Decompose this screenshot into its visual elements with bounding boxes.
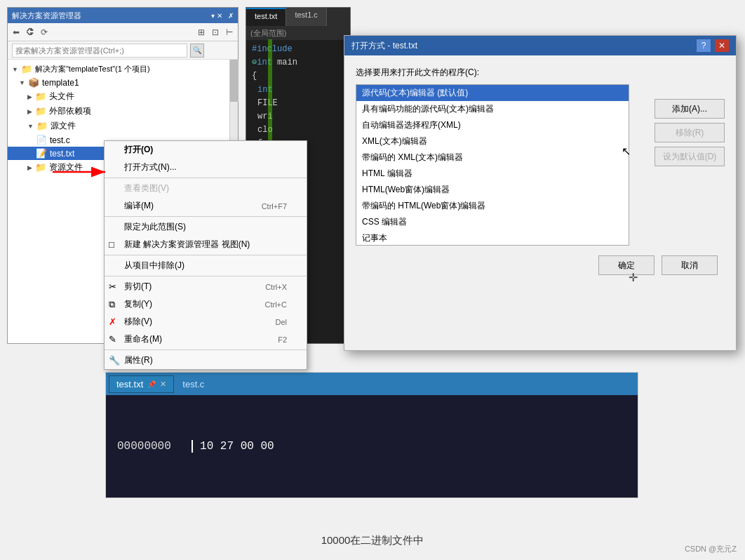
add-program-btn[interactable]: 添加(A)... xyxy=(655,99,725,119)
cancel-btn[interactable]: 取消 xyxy=(662,255,718,275)
search-input[interactable] xyxy=(12,44,187,58)
code-line-wri: wri xyxy=(252,110,344,124)
refresh-icon[interactable]: ⟳ xyxy=(39,27,50,38)
ext-folder-icon: 📁 xyxy=(35,106,46,116)
list-item-html-web-encoded[interactable]: 带编码的 HTML(Web窗体)编辑器 xyxy=(356,198,629,214)
dialog-help-btn[interactable]: ? xyxy=(697,39,711,52)
context-menu: 打开(O) 打开方式(N)... 查看类图(V) 编译(M) Ctrl+F7 限… xyxy=(104,140,307,370)
bottom-tab-testtxt[interactable]: test.txt 📌 ✕ xyxy=(109,375,174,393)
project-icon: 📦 xyxy=(28,77,39,88)
res-folder-icon: 📁 xyxy=(35,162,46,173)
list-item-html-web[interactable]: HTML(Web窗体)编辑器 xyxy=(356,182,629,198)
dialog-close-btn[interactable]: ✕ xyxy=(715,39,729,52)
back-icon[interactable]: ⬅ xyxy=(11,27,22,38)
res-label: 资源文件 xyxy=(49,161,83,173)
pin-icon[interactable]: 📌 xyxy=(147,380,156,388)
tree-source-files[interactable]: ▼ 📁 源文件 xyxy=(8,119,238,133)
bottom-tab-bar: test.txt 📌 ✕ test.c xyxy=(106,373,638,395)
tree-solution[interactable]: ▼ 📁 解决方案"templateTest"(1 个项目) xyxy=(8,62,238,76)
bottom-content: 00000000 10 27 00 00 xyxy=(106,395,638,498)
search-button[interactable]: 🔍 xyxy=(190,44,204,58)
remove-program-btn[interactable]: 移除(R) xyxy=(655,123,725,142)
cm-open[interactable]: 打开(O) xyxy=(105,141,307,159)
bottom-tab-testc[interactable]: test.c xyxy=(175,376,211,392)
list-item-html[interactable]: HTML 编辑器 xyxy=(356,166,629,182)
cm-rename-label: 重命名(M) xyxy=(124,333,162,345)
cm-copy[interactable]: ⧉ 复制(Y) Ctrl+C xyxy=(105,295,307,313)
header-label: 头文件 xyxy=(49,91,74,102)
list-item-encoded-source[interactable]: 具有编码功能的源代码(文本)编辑器 xyxy=(356,101,629,117)
cm-compile[interactable]: 编译(M) Ctrl+F7 xyxy=(105,197,307,215)
tab-test1c[interactable]: test1.c xyxy=(286,8,326,26)
dialog-program-list[interactable]: 源代码(文本)编辑器 (默认值) 具有编码功能的源代码(文本)编辑器 自动编辑器… xyxy=(356,84,629,246)
tree-headers[interactable]: ▶ 📁 头文件 xyxy=(8,89,238,104)
settings-icon[interactable]: ⊡ xyxy=(210,27,221,38)
footer-main-text: 10000在二进制文件中 xyxy=(0,534,745,547)
cm-cut-shortcut: Ctrl+X xyxy=(265,283,287,291)
list-item-xml-encoded[interactable]: 带编码的 XML(文本)编辑器 xyxy=(356,149,629,166)
cm-rename[interactable]: ✎ 重命名(M) F2 xyxy=(105,331,307,348)
se-titlebar-buttons: ▾ ✕ ✗ xyxy=(211,12,234,20)
list-item-auto[interactable]: 自动编辑器选择程序(XML) xyxy=(356,117,629,133)
top-section: 解决方案资源管理器 ▾ ✕ ✗ ⬅ ⮈ ⟳ ⊞ ⊡ ⊢ 🔍 ▼ 📁 解决方案"t… xyxy=(0,0,745,358)
cm-rename-shortcut: F2 xyxy=(278,335,287,344)
cm-properties[interactable]: 🔧 属性(R) xyxy=(105,352,307,369)
forward-icon[interactable]: ⮈ xyxy=(25,27,36,38)
attribution-label: CSDN @充元Z xyxy=(685,545,737,553)
cm-remove-shortcut: Del xyxy=(275,318,287,326)
cm-new-view[interactable]: □ 新建 解决方案资源管理器 视图(N) xyxy=(105,236,307,253)
tree-external-deps[interactable]: ▶ 📁 外部依赖项 xyxy=(8,104,238,119)
folder-icon: 📁 xyxy=(35,91,46,102)
ok-btn[interactable]: 确定 xyxy=(598,255,655,275)
list-item-css[interactable]: CSS 编辑器 xyxy=(356,214,629,230)
collapse-icon[interactable]: ⊞ xyxy=(196,27,207,38)
set-default-btn[interactable]: 设为默认值(D) xyxy=(655,147,725,166)
footer-label: 10000在二进制文件中 xyxy=(321,534,424,546)
tab-testtxt[interactable]: test.txt xyxy=(246,8,286,26)
cm-new-view-label: 新建 解决方案资源管理器 视图(N) xyxy=(124,239,250,251)
se-toolbar: ⬅ ⮈ ⟳ ⊞ ⊡ ⊢ xyxy=(8,23,238,41)
cm-compile-label: 编译(M) xyxy=(124,200,154,212)
cm-copy-shortcut: Ctrl+C xyxy=(265,300,287,309)
se-close-btn[interactable]: ✗ xyxy=(228,12,234,20)
cm-exclude[interactable]: 从项目中排除(J) xyxy=(105,257,307,274)
cm-open-with[interactable]: 打开方式(N)... xyxy=(105,159,307,176)
cm-copy-icon: ⧉ xyxy=(109,299,115,310)
cm-compile-shortcut: Ctrl+F7 xyxy=(262,202,287,211)
solution-icon: 📁 xyxy=(21,64,32,74)
dialog-content-area: 源代码(文本)编辑器 (默认值) 具有编码功能的源代码(文本)编辑器 自动编辑器… xyxy=(356,84,725,246)
se-pin-btn[interactable]: ▾ ✕ xyxy=(211,12,222,20)
code-line-int: int xyxy=(252,84,344,97)
tab-close-icon[interactable]: ✕ xyxy=(160,380,166,389)
se-title-text: 解决方案资源管理器 xyxy=(12,11,81,21)
bottom-hex-values: 10 27 00 00 xyxy=(200,440,274,453)
dialog-body: 选择要用来打开此文件的程序(C): 源代码(文本)编辑器 (默认值) 具有编码功… xyxy=(344,55,736,286)
cm-cut[interactable]: ✂ 剪切(T) Ctrl+X xyxy=(105,278,307,295)
bottom-address: 00000000 xyxy=(117,440,171,453)
tree-project[interactable]: ▼ 📦 template1 xyxy=(8,76,238,89)
dialog-ok-cancel: 确定 取消 xyxy=(356,255,725,275)
cm-scope[interactable]: 限定为此范围(S) xyxy=(105,218,307,236)
dialog-titlebar: 打开方式 - test.txt ? ✕ xyxy=(344,36,736,55)
dialog-prompt: 选择要用来打开此文件的程序(C): xyxy=(356,67,725,79)
cm-sep3 xyxy=(105,255,307,255)
list-item-xml[interactable]: XML(文本)编辑器 xyxy=(356,133,629,149)
txt-file-icon: 📝 xyxy=(36,148,47,159)
src-arrow: ▼ xyxy=(27,123,34,130)
list-item-source[interactable]: 源代码(文本)编辑器 (默认值) xyxy=(356,85,629,101)
se-scrollbar-thumb[interactable] xyxy=(230,60,239,102)
cm-remove[interactable]: ✗ 移除(V) Del xyxy=(105,313,307,331)
cm-properties-label: 属性(R) xyxy=(124,354,153,366)
cm-remove-label: 移除(V) xyxy=(124,316,152,328)
list-item-notepad[interactable]: 记事本 xyxy=(356,230,629,246)
dock-icon[interactable]: ⊢ xyxy=(224,27,235,38)
cm-view-diagram[interactable]: 查看类图(V) xyxy=(105,180,307,197)
testtxt-label: test.txt xyxy=(50,149,74,159)
solution-label: 解决方案"templateTest"(1 个项目) xyxy=(35,64,150,74)
ext-label: 外部依赖项 xyxy=(49,105,91,117)
cm-open-label: 打开(O) xyxy=(124,144,153,156)
code-line-include: #include xyxy=(252,43,344,56)
bottom-tab-testc-label: test.c xyxy=(182,379,204,389)
cm-remove-icon: ✗ xyxy=(109,316,116,327)
dialog-title: 打开方式 - test.txt xyxy=(351,40,417,52)
